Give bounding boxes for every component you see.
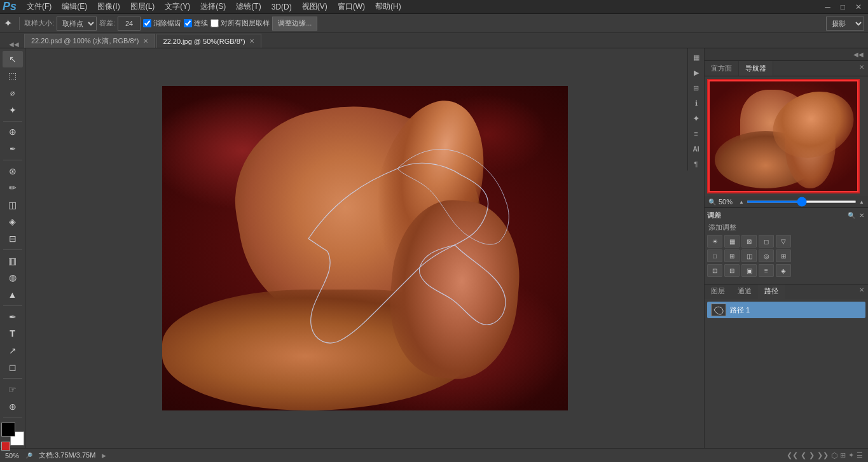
- tab-paths[interactable]: 路径: [758, 284, 785, 299]
- right-icon-6[interactable]: ≡: [690, 127, 703, 140]
- menu-help[interactable]: 帮助(H): [370, 0, 406, 13]
- tool-eyedropper[interactable]: ✒: [3, 141, 23, 157]
- br-icon-8[interactable]: ☰: [857, 451, 863, 459]
- zoom-decrease-icon[interactable]: ▲: [739, 199, 744, 205]
- tool-path-selection[interactable]: ↗: [3, 342, 23, 359]
- zoom-slider[interactable]: [747, 200, 857, 203]
- br-icon-6[interactable]: ⊞: [840, 451, 846, 459]
- right-tabs-close[interactable]: ✕: [855, 61, 868, 76]
- tool-shape[interactable]: ◻: [3, 360, 23, 376]
- profile-select[interactable]: 摄影: [826, 17, 864, 31]
- menu-file[interactable]: 文件(F): [22, 0, 57, 13]
- tab-psd[interactable]: 22.20.psd @ 100% (水滴, RGB/8*) ✕: [24, 34, 155, 48]
- tool-quick-select[interactable]: ✦: [3, 102, 23, 118]
- collapse-panel-icon[interactable]: ◀◀: [6, 41, 22, 48]
- adj-color-balance[interactable]: ⊞: [724, 249, 740, 262]
- all-layers-checkbox[interactable]: [210, 19, 219, 27]
- tolerance-input[interactable]: [118, 17, 141, 31]
- anti-alias-group: 消除锯齿: [143, 18, 181, 28]
- tool-type[interactable]: T: [3, 325, 23, 342]
- contiguous-checkbox[interactable]: [184, 19, 192, 27]
- br-icon-4[interactable]: ❯❯: [817, 451, 829, 459]
- right-icon-para[interactable]: ¶: [690, 158, 703, 171]
- adj-close-icon[interactable]: ✕: [858, 211, 865, 220]
- right-icon-1[interactable]: ▦: [690, 51, 703, 64]
- tab-jpg-close[interactable]: ✕: [249, 38, 254, 45]
- adj-exposure[interactable]: ◻: [759, 235, 774, 248]
- menu-text[interactable]: 文字(Y): [160, 0, 195, 13]
- right-icon-3[interactable]: ⊞: [690, 81, 703, 94]
- file-info-arrow[interactable]: ▶: [102, 452, 106, 459]
- right-icon-2[interactable]: ▶: [690, 66, 703, 79]
- br-icon-5[interactable]: ⬡: [831, 451, 837, 460]
- adj-curves[interactable]: ⊠: [741, 235, 757, 248]
- tool-crop[interactable]: ⊕: [3, 123, 23, 140]
- adj-threshold[interactable]: ▣: [741, 264, 757, 277]
- menu-select[interactable]: 选择(S): [195, 0, 231, 13]
- tool-hand[interactable]: ☞: [3, 381, 23, 398]
- tab-channels[interactable]: 通道: [731, 284, 758, 299]
- menu-3d[interactable]: 3D(D): [266, 1, 297, 13]
- zoom-value: 50%: [719, 198, 736, 206]
- menu-edit[interactable]: 编辑(E): [57, 0, 92, 13]
- quick-mask-icon[interactable]: [1, 442, 10, 451]
- tool-dodge[interactable]: ▲: [3, 286, 23, 303]
- tool-history-brush[interactable]: ◈: [3, 214, 23, 230]
- br-icon-7[interactable]: ✦: [848, 451, 854, 459]
- adj-hue-sat[interactable]: □: [707, 249, 722, 262]
- br-icon-3[interactable]: ❯: [809, 451, 815, 459]
- adj-gradient-map[interactable]: ≡: [759, 264, 774, 277]
- tab-layers[interactable]: 图层: [705, 284, 731, 299]
- adj-posterize[interactable]: ⊟: [724, 264, 740, 277]
- path-item-1[interactable]: 路径 1: [707, 302, 865, 318]
- maximize-button[interactable]: □: [837, 3, 849, 11]
- tab-navigator[interactable]: 导航器: [739, 61, 773, 76]
- canvas-area[interactable]: [25, 48, 704, 448]
- tool-gradient[interactable]: ▥: [3, 253, 23, 269]
- tool-marquee-rect[interactable]: ⬚: [3, 68, 23, 85]
- foreground-color-swatch[interactable]: [1, 423, 15, 437]
- adj-channel-mixer[interactable]: ⊞: [776, 249, 791, 262]
- tab-jpg[interactable]: 22.20.jpg @ 50%(RGB/8*) ✕: [156, 34, 261, 48]
- menu-image[interactable]: 图像(I): [92, 0, 125, 13]
- br-icon-2[interactable]: ❮: [801, 451, 806, 459]
- adj-invert[interactable]: ⊡: [707, 264, 722, 277]
- adj-vibrance[interactable]: ▽: [776, 235, 791, 248]
- right-icon-4[interactable]: ℹ: [690, 97, 703, 109]
- right-icon-ai[interactable]: AI: [690, 143, 703, 155]
- right-icon-5[interactable]: ✦: [690, 112, 703, 125]
- zoom-out-icon[interactable]: 🔍: [708, 199, 716, 206]
- tool-brush[interactable]: ✏: [3, 179, 23, 196]
- menu-layer[interactable]: 图层(L): [125, 0, 160, 13]
- tool-move[interactable]: ↖: [3, 51, 23, 67]
- close-button[interactable]: ✕: [851, 3, 865, 11]
- tool-clone[interactable]: ◫: [3, 197, 23, 213]
- canvas-image[interactable]: [162, 86, 568, 410]
- sample-size-select[interactable]: 取样点: [57, 17, 97, 31]
- adj-select-color[interactable]: ◈: [776, 264, 791, 277]
- tool-eraser[interactable]: ⊟: [3, 230, 23, 247]
- tab-psd-close[interactable]: ✕: [143, 38, 148, 45]
- tab-yifangmian[interactable]: 宜方面: [705, 61, 739, 76]
- tool-lasso[interactable]: ⌀: [3, 85, 23, 101]
- anti-alias-checkbox[interactable]: [143, 19, 151, 27]
- minimize-button[interactable]: ─: [821, 3, 834, 11]
- lcp-tabs-close[interactable]: ✕: [855, 284, 868, 299]
- refine-edge-button[interactable]: 调整边缘...: [272, 17, 317, 31]
- adj-levels[interactable]: ▦: [724, 235, 740, 248]
- menu-window[interactable]: 窗口(W): [333, 0, 370, 13]
- zoom-increase-icon[interactable]: ▲: [859, 199, 864, 205]
- adj-brightness[interactable]: ☀: [707, 235, 722, 248]
- tool-pen[interactable]: ✒: [3, 309, 23, 325]
- zoom-indicator-icon[interactable]: 🔎: [25, 452, 32, 459]
- panel-collapse-left[interactable]: ◀◀: [851, 50, 865, 59]
- tool-zoom[interactable]: ⊕: [3, 398, 23, 415]
- adj-photo-filter[interactable]: ◎: [759, 249, 774, 262]
- menu-filter[interactable]: 滤镜(T): [231, 0, 266, 13]
- menu-view[interactable]: 视图(V): [297, 0, 333, 13]
- tool-blur[interactable]: ◍: [3, 269, 23, 286]
- tool-spot-heal[interactable]: ⊛: [3, 163, 23, 179]
- br-icon-1[interactable]: ❮❮: [787, 451, 798, 459]
- adj-search-icon[interactable]: 🔍: [846, 211, 857, 220]
- adj-bw[interactable]: ◫: [741, 249, 757, 262]
